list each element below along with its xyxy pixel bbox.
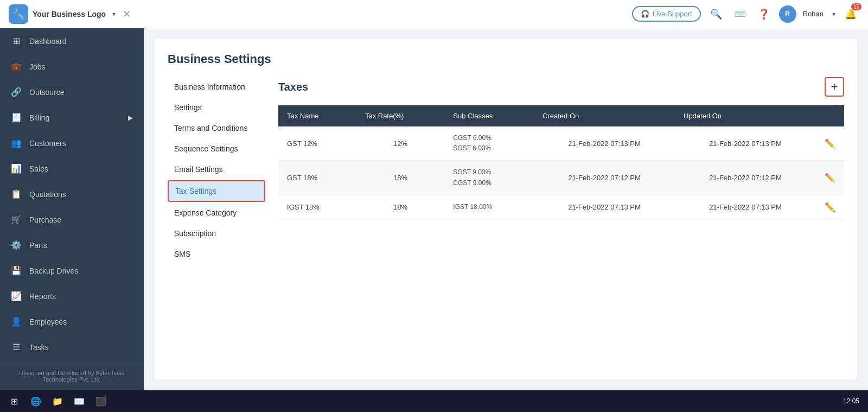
employees-icon: 👤	[11, 316, 22, 327]
menu-expense[interactable]: Expense Category	[168, 203, 265, 223]
sidebar-item-employees[interactable]: 👤 Employees	[0, 309, 144, 334]
col-tax-rate: Tax Rate(%)	[356, 105, 444, 126]
menu-terms[interactable]: Terms and Conditions	[168, 118, 265, 138]
brand-name: Your Business Logo	[33, 10, 106, 18]
cell-tax-name: IGST 18%	[278, 195, 356, 219]
quotations-icon: 📋	[11, 189, 22, 199]
user-name: Rohan	[803, 10, 824, 18]
backup-drives-icon: 💾	[11, 265, 22, 276]
user-chevron-icon[interactable]: ▾	[832, 10, 835, 18]
sidebar-label-employees: Employees	[29, 318, 67, 326]
taskbar-folder[interactable]: 📁	[48, 393, 67, 409]
search-button[interactable]: 🔍	[707, 5, 725, 23]
menu-settings[interactable]: Settings	[168, 98, 265, 117]
main-layout: ⊞ Dashboard 💼 Jobs 🔗 Outsource 🧾 Billing…	[0, 28, 868, 390]
sidebar-footer: Designed and Developed by BytePhaseTechn…	[0, 362, 144, 390]
menu-email[interactable]: Email Settings	[168, 160, 265, 179]
sidebar-item-purchase[interactable]: 🛒 Purchase	[0, 207, 144, 232]
col-sub-classes: Sub Classes	[444, 105, 534, 126]
sidebar-item-sales[interactable]: 📊 Sales	[0, 156, 144, 181]
header-right: 🎧 Live Support 🔍 ⌨️ ❓ R Rohan ▾ 🔔 15	[632, 5, 859, 23]
cell-updated-on: 21-Feb-2022 07:13 PM	[675, 126, 816, 161]
sidebar-item-jobs[interactable]: 💼 Jobs	[0, 54, 144, 79]
cell-sub-classes: IGST 18.00%	[444, 195, 534, 219]
sidebar-label-quotations: Quotations	[29, 190, 66, 199]
customers-icon: 👥	[11, 138, 22, 148]
sidebar-item-dashboard[interactable]: ⊞ Dashboard	[0, 28, 144, 54]
edit-button[interactable]: ✏️	[816, 195, 844, 219]
sidebar-item-backup-drives[interactable]: 💾 Backup Drives	[0, 258, 144, 283]
menu-sequence[interactable]: Sequence Settings	[168, 139, 265, 159]
billing-icon: 🧾	[11, 112, 22, 123]
close-button[interactable]: ✕	[120, 8, 133, 21]
table-header-row: Tax Name Tax Rate(%) Sub Classes Created…	[278, 105, 844, 126]
sidebar-label-reports: Reports	[29, 292, 56, 301]
cell-created-on: 21-Feb-2022 07:13 PM	[534, 195, 675, 219]
cell-tax-rate: 12%	[356, 126, 444, 161]
footer-text: Designed and Developed by BytePhaseTechn…	[19, 370, 124, 383]
cell-sub-classes: SGST 9.00%CGST 9.00%	[444, 161, 534, 195]
sidebar-label-purchase: Purchase	[29, 215, 61, 224]
sidebar-label-outsource: Outsource	[29, 88, 65, 97]
taskbar-terminal[interactable]: ⬛	[91, 393, 111, 409]
taskbar-time: 12:05	[843, 397, 864, 405]
help-button[interactable]: ❓	[755, 5, 773, 23]
sidebar-item-customers[interactable]: 👥 Customers	[0, 130, 144, 156]
cell-sub-classes: CGST 6.00%SGST 6.00%	[444, 126, 534, 161]
sidebar-item-reports[interactable]: 📈 Reports	[0, 283, 144, 309]
sidebar-item-parts[interactable]: ⚙️ Parts	[0, 232, 144, 258]
col-actions	[816, 105, 844, 126]
taskbar-start[interactable]: ⊞	[4, 393, 24, 409]
taxes-header: Taxes +	[278, 77, 844, 97]
app-header: 🔧 Your Business Logo ▾ ✕ 🎧 Live Support …	[0, 0, 868, 28]
cell-tax-name: GST 18%	[278, 161, 356, 195]
menu-subscription[interactable]: Subscription	[168, 224, 265, 243]
sidebar-label-tasks: Tasks	[29, 343, 49, 352]
add-tax-button[interactable]: +	[825, 77, 844, 97]
taskbar-browser[interactable]: 🌐	[26, 393, 46, 409]
table-row: GST 12% 12% CGST 6.00%SGST 6.00% 21-Feb-…	[278, 126, 844, 161]
menu-business-info[interactable]: Business Information	[168, 77, 265, 97]
live-support-button[interactable]: 🎧 Live Support	[632, 6, 701, 22]
cell-created-on: 21-Feb-2022 07:13 PM	[534, 126, 675, 161]
menu-sms[interactable]: SMS	[168, 244, 265, 264]
taxes-table: Tax Name Tax Rate(%) Sub Classes Created…	[278, 105, 844, 219]
edit-button[interactable]: ✏️	[816, 161, 844, 195]
cell-tax-rate: 18%	[356, 161, 444, 195]
sidebar-label-dashboard: Dashboard	[29, 37, 67, 46]
avatar: R	[779, 5, 796, 23]
cell-created-on: 21-Feb-2022 07:12 PM	[534, 161, 675, 195]
reports-icon: 📈	[11, 291, 22, 301]
brand-chevron-icon[interactable]: ▾	[112, 10, 116, 18]
sidebar-item-billing[interactable]: 🧾 Billing ▶	[0, 105, 144, 130]
taskbar: ⊞ 🌐 📁 ✉️ ⬛ 12:05	[0, 390, 868, 412]
dashboard-icon: ⊞	[11, 36, 22, 46]
edit-button[interactable]: ✏️	[816, 126, 844, 161]
sidebar-label-billing: Billing	[29, 113, 49, 122]
notification-bell[interactable]: 🔔 15	[842, 5, 859, 23]
sidebar-item-outsource[interactable]: 🔗 Outsource	[0, 79, 144, 105]
taskbar-mail[interactable]: ✉️	[69, 393, 89, 409]
settings-body: Business Information Settings Terms and …	[168, 77, 844, 265]
menu-tax[interactable]: Tax Settings	[168, 180, 265, 202]
sidebar-item-quotations[interactable]: 📋 Quotations	[0, 181, 144, 207]
jobs-icon: 💼	[11, 61, 22, 72]
taxes-section: Taxes + Tax Name Tax Rate(%) Sub Classes…	[278, 77, 844, 265]
sidebar-item-tasks[interactable]: ☰ Tasks	[0, 334, 144, 360]
main-content: Business Settings Business Information S…	[144, 28, 868, 390]
billing-arrow-icon: ▶	[128, 114, 133, 122]
taxes-title: Taxes	[278, 81, 308, 93]
outsource-icon: 🔗	[11, 87, 22, 97]
parts-icon: ⚙️	[11, 240, 22, 250]
cell-tax-rate: 18%	[356, 195, 444, 219]
sidebar-label-parts: Parts	[29, 241, 47, 250]
header-left: 🔧 Your Business Logo ▾ ✕	[9, 4, 133, 24]
page-title: Business Settings	[168, 52, 844, 66]
keyboard-button[interactable]: ⌨️	[731, 5, 749, 23]
sidebar: ⊞ Dashboard 💼 Jobs 🔗 Outsource 🧾 Billing…	[0, 28, 144, 390]
sidebar-label-jobs: Jobs	[29, 62, 46, 71]
col-tax-name: Tax Name	[278, 105, 356, 126]
app-logo: 🔧	[9, 4, 28, 24]
settings-menu: Business Information Settings Terms and …	[168, 77, 265, 265]
table-row: IGST 18% 18% IGST 18.00% 21-Feb-2022 07:…	[278, 195, 844, 219]
